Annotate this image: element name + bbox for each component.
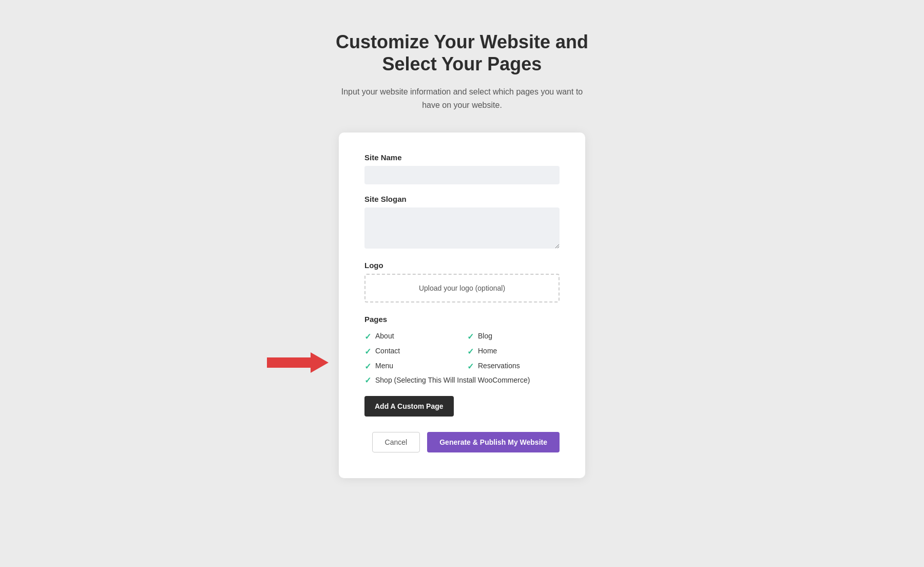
page-label-contact: Contact — [375, 347, 400, 355]
page-item-about[interactable]: ✓ About — [364, 332, 457, 342]
check-icon-contact: ✓ — [364, 347, 371, 356]
site-name-input[interactable] — [364, 166, 560, 184]
site-slogan-input[interactable] — [364, 207, 560, 249]
check-icon-menu: ✓ — [364, 362, 371, 371]
page-item-blog[interactable]: ✓ Blog — [467, 332, 560, 342]
check-icon-blog: ✓ — [467, 332, 474, 342]
page-item-home[interactable]: ✓ Home — [467, 347, 560, 356]
logo-field: Logo Upload your logo (optional) — [364, 261, 560, 303]
page-label-about: About — [375, 332, 394, 340]
arrow-annotation — [267, 350, 329, 375]
logo-upload-text: Upload your logo (optional) — [419, 284, 505, 292]
page-item-reservations[interactable]: ✓ Reservations — [467, 362, 560, 371]
logo-upload-area[interactable]: Upload your logo (optional) — [364, 274, 560, 303]
footer-actions: Cancel Generate & Publish My Website — [364, 432, 560, 452]
page-title: Customize Your Website and Select Your P… — [308, 31, 616, 75]
site-slogan-label: Site Slogan — [364, 195, 560, 203]
main-card: Site Name Site Slogan Logo Upload your l… — [339, 133, 585, 478]
check-icon-shop: ✓ — [364, 375, 371, 385]
generate-publish-button[interactable]: Generate & Publish My Website — [427, 432, 560, 452]
page-subtitle: Input your website information and selec… — [339, 85, 585, 111]
page-item-menu[interactable]: ✓ Menu — [364, 362, 457, 371]
add-custom-page-button[interactable]: Add A Custom Page — [364, 396, 454, 417]
site-slogan-field: Site Slogan — [364, 195, 560, 261]
page-label-reservations: Reservations — [478, 362, 520, 370]
logo-label: Logo — [364, 261, 560, 270]
pages-section: Pages ✓ About ✓ Blog ✓ Contact ✓ Home — [364, 315, 560, 386]
site-name-label: Site Name — [364, 153, 560, 162]
site-name-field: Site Name — [364, 153, 560, 195]
pages-grid: ✓ About ✓ Blog ✓ Contact ✓ Home ✓ Menu — [364, 332, 560, 372]
svg-marker-0 — [267, 352, 329, 373]
page-label-menu: Menu — [375, 362, 393, 370]
check-icon-about: ✓ — [364, 332, 371, 342]
page-label-shop: Shop (Selecting This Will Install WooCom… — [375, 375, 530, 386]
page-label-blog: Blog — [478, 332, 492, 340]
page-item-shop[interactable]: ✓ Shop (Selecting This Will Install WooC… — [364, 375, 560, 386]
page-label-home: Home — [478, 347, 497, 355]
check-icon-reservations: ✓ — [467, 362, 474, 371]
check-icon-home: ✓ — [467, 347, 474, 356]
cancel-button[interactable]: Cancel — [372, 432, 420, 452]
page-item-contact[interactable]: ✓ Contact — [364, 347, 457, 356]
pages-label: Pages — [364, 315, 560, 324]
